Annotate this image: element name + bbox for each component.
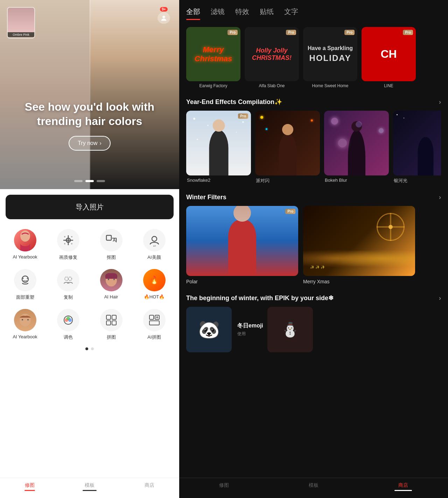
right-nav-template-label: 模板 xyxy=(309,482,318,489)
effect-party-flash[interactable]: 派对闪 xyxy=(255,111,320,184)
hero-title: See how you'd look with trending hair co… xyxy=(23,100,156,129)
try-now-label: Try now xyxy=(78,140,97,146)
tool-clone[interactable]: 复制 xyxy=(47,265,90,305)
winter-promo-header: The beginning of winter, with EPIK by yo… xyxy=(186,294,441,302)
light-1 xyxy=(260,116,263,119)
nav-retouch[interactable]: 修图 xyxy=(0,478,60,498)
ai-beauty-label: AI美颜 xyxy=(147,254,161,261)
dot-1[interactable] xyxy=(74,180,83,182)
svg-rect-9 xyxy=(106,235,111,240)
promo-emoji-card[interactable]: 🐼 xyxy=(186,307,232,352)
nav-template-underline xyxy=(83,490,97,491)
ai-yearbook-1-icon xyxy=(14,229,36,251)
tab-filter[interactable]: 滤镜 xyxy=(211,7,225,20)
svg-point-0 xyxy=(162,15,165,18)
hero-banner: Ombre Pink 9+ See how you'd look with tr… xyxy=(0,0,179,189)
right-nav-shop-label: 商店 xyxy=(398,482,408,489)
page-dot-2[interactable] xyxy=(91,347,94,350)
home-pro-badge: Pro xyxy=(344,30,355,35)
alfa-pro-badge: Pro xyxy=(286,30,296,35)
effect-bokeh-blur[interactable]: Bokeh Blur xyxy=(324,111,389,184)
promo-card-2[interactable]: ⛄ xyxy=(267,307,313,352)
svg-rect-30 xyxy=(106,321,111,325)
bokeh-2 xyxy=(379,128,384,133)
winter-promo-arrow-icon[interactable]: › xyxy=(439,295,441,302)
winter-filters-arrow-icon[interactable]: › xyxy=(439,194,441,201)
snowflake2-img: Pro xyxy=(186,111,251,175)
party-head xyxy=(282,124,293,135)
right-bottom-nav: 修图 模板 商店 xyxy=(179,478,448,498)
emoji-title: 冬日emoji xyxy=(237,322,263,330)
tool-ai-yearbook-1[interactable]: AI Yearbook xyxy=(4,225,47,265)
tab-sticker[interactable]: 贴纸 xyxy=(260,7,274,20)
tool-ai-yearbook-2[interactable]: AI Yearbook xyxy=(4,305,47,345)
hot-label: 🔥HOT🔥 xyxy=(144,294,164,299)
tab-all[interactable]: 全部 xyxy=(186,7,200,20)
year-end-title: Year-End Effects Compilation✨ xyxy=(186,98,282,106)
right-nav-retouch-label: 修图 xyxy=(219,482,229,489)
right-scroll-content: Merry Christmas Pro Earwig Factory Holly… xyxy=(179,20,448,478)
text-card-earwig[interactable]: Merry Christmas Pro Earwig Factory xyxy=(186,27,240,88)
text-card-line[interactable]: CH Pro LINE xyxy=(362,27,416,88)
earwig-label: Earwig Factory xyxy=(186,83,240,88)
right-nav-shop[interactable]: 商店 xyxy=(358,478,448,498)
avatar-icon[interactable] xyxy=(158,12,170,24)
nav-shop[interactable]: 商店 xyxy=(119,478,179,498)
tool-face-reshape[interactable]: 面部重塑 xyxy=(4,265,47,305)
tool-cutout[interactable]: AI 抠图 xyxy=(90,225,133,265)
svg-rect-34 xyxy=(149,321,159,325)
svg-text:AI: AI xyxy=(153,244,156,247)
try-now-button[interactable]: Try now › xyxy=(69,136,111,151)
tab-effect[interactable]: 特效 xyxy=(235,7,249,20)
tab-text[interactable]: 文字 xyxy=(284,7,298,20)
light-2 xyxy=(311,119,313,122)
svg-rect-31 xyxy=(112,321,116,325)
tool-hot[interactable]: 🔥 🔥HOT🔥 xyxy=(133,265,176,305)
light-3 xyxy=(266,128,267,130)
text-card-alfa[interactable]: Holly JollyCHRISTMAS! Pro Alfa Slab One xyxy=(245,27,299,88)
polar-pro: Pro xyxy=(285,209,295,214)
tool-ai-hair[interactable]: AI Hair xyxy=(90,265,133,305)
right-nav-retouch[interactable]: 修图 xyxy=(179,478,269,498)
hair-thumbnail[interactable]: Ombre Pink xyxy=(7,7,35,39)
tool-color-adjust[interactable]: 调色 xyxy=(47,305,90,345)
import-photo-button[interactable]: 导入照片 xyxy=(6,195,174,219)
snowflake2-name: Snowflake2 xyxy=(186,178,251,183)
effect-galaxy[interactable]: 银河光 xyxy=(393,111,441,184)
svg-point-19 xyxy=(108,279,109,280)
svg-point-20 xyxy=(113,279,115,280)
filter-polar[interactable]: Pro Polar xyxy=(186,206,298,284)
tool-ai-beauty[interactable]: AI AI美颜 xyxy=(133,225,176,265)
bokeh-4 xyxy=(356,121,362,127)
card2-emoji: ⛄ xyxy=(281,321,299,338)
collage-icon xyxy=(100,309,122,331)
right-tabs: 全部 滤镜 特效 贴纸 文字 xyxy=(179,0,448,20)
party-flash-name: 派对闪 xyxy=(255,178,320,184)
tool-collage[interactable]: 拼图 xyxy=(90,305,133,345)
effect-snowflake2[interactable]: Pro Snowflake2 xyxy=(186,111,251,184)
xmas-img-container: ✨ ✨ ✨ xyxy=(303,206,415,276)
arrow-right-icon: › xyxy=(99,140,101,146)
svg-point-16 xyxy=(65,277,68,281)
year-end-arrow-icon[interactable]: › xyxy=(439,98,441,106)
year-end-section-header: Year-End Effects Compilation✨ › xyxy=(186,98,441,106)
svg-point-23 xyxy=(27,319,29,320)
notification-count: 9+ xyxy=(160,7,167,12)
line-bg: CH xyxy=(362,27,416,81)
svg-point-14 xyxy=(22,278,23,279)
dot-3[interactable] xyxy=(97,180,105,182)
dot-2[interactable] xyxy=(85,180,94,182)
snowflake2-head xyxy=(212,119,225,132)
right-nav-shop-underline xyxy=(394,490,412,491)
tool-quality-fix[interactable]: 画质修复 xyxy=(47,225,90,265)
tool-ai-collage[interactable]: AI拼图 xyxy=(133,305,176,345)
right-nav-template[interactable]: 模板 xyxy=(269,478,358,498)
text-card-home[interactable]: Have a SparklingHOLIDAY Pro Home Sweet H… xyxy=(303,27,357,88)
page-dot-1[interactable] xyxy=(85,347,88,350)
bokeh-3 xyxy=(338,139,347,147)
svg-point-17 xyxy=(68,277,72,281)
svg-rect-28 xyxy=(106,315,111,319)
polar-label: Polar xyxy=(186,279,298,284)
filter-merry-xmas[interactable]: ✨ ✨ ✨ Merry Xmas xyxy=(303,206,415,284)
nav-template[interactable]: 模板 xyxy=(60,478,120,498)
